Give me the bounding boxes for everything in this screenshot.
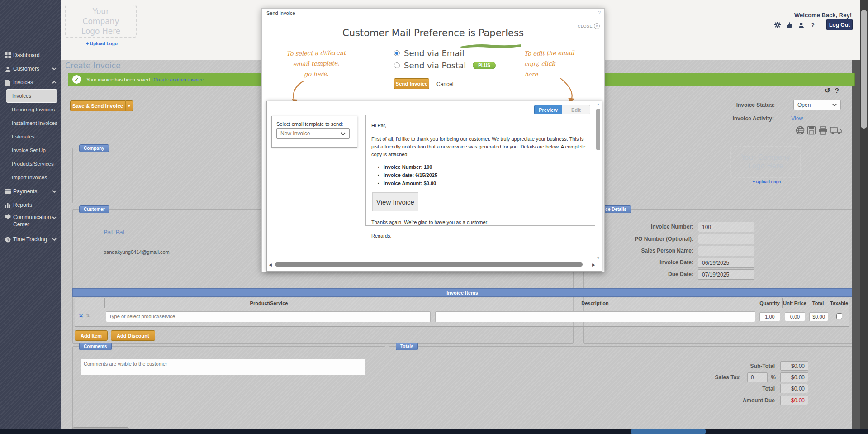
- totals-badge: Totals: [396, 343, 418, 350]
- view-invoice-button[interactable]: View Invoice: [372, 192, 418, 211]
- gear-icon[interactable]: [774, 21, 781, 29]
- comments-input[interactable]: [81, 359, 365, 375]
- thumbs-up-icon[interactable]: [786, 21, 793, 29]
- due-date-label: Due Date:: [668, 271, 693, 277]
- add-discount-button[interactable]: Add Discount: [111, 330, 155, 341]
- globe-icon[interactable]: [796, 126, 805, 137]
- send-via-email-option[interactable]: Send via Email: [394, 48, 464, 58]
- panel-vertical-scrollbar[interactable]: ▲ ▼: [595, 102, 601, 271]
- sidebar-subitem-installment-invoices[interactable]: Installment Invoices: [12, 118, 61, 129]
- scroll-right-icon[interactable]: ▶: [592, 262, 595, 267]
- customer-name-link[interactable]: Pat Pat: [104, 229, 125, 236]
- tab-preview[interactable]: Preview: [534, 105, 562, 114]
- send-via-postal-option[interactable]: Send via Postal PLUS: [394, 61, 496, 70]
- email-regards: Regards,: [371, 232, 589, 240]
- radio-unselected-icon[interactable]: [394, 62, 400, 68]
- company-logo-placeholder[interactable]: Your Company Logo Here: [65, 5, 137, 38]
- sales-tax-label: Sales Tax: [715, 374, 740, 381]
- subtotal-label: Sub-Total: [750, 363, 775, 369]
- help-icon[interactable]: ?: [809, 21, 816, 29]
- scrollbar-thumb[interactable]: [631, 429, 706, 434]
- sidebar-item-customers[interactable]: Customers: [0, 63, 61, 75]
- sidebar-subitem-invoices[interactable]: Invoices: [6, 89, 57, 103]
- sidebar-item-invoices[interactable]: Invoices: [0, 76, 61, 88]
- invoice-status-value: Open: [797, 102, 811, 108]
- quantity-field[interactable]: 1.00: [759, 312, 780, 321]
- user-icon[interactable]: [797, 21, 805, 29]
- sidebar-subitem-invoice-set-up[interactable]: Invoice Set Up: [12, 145, 61, 156]
- invoice-logo-placeholder[interactable]: Your Company Logo Here: [730, 146, 801, 178]
- upload-logo-link[interactable]: + Upload Logo: [79, 41, 124, 46]
- help-icon[interactable]: ?: [835, 86, 839, 95]
- sidebar-item-time-tracking[interactable]: Time Tracking: [0, 234, 61, 245]
- page-horizontal-scrollbar[interactable]: [0, 429, 868, 434]
- scroll-up-icon[interactable]: ▲: [595, 102, 601, 106]
- create-another-invoice-link[interactable]: Create another invoice.: [153, 77, 205, 82]
- modal-cancel-button[interactable]: Cancel: [436, 81, 453, 87]
- template-select[interactable]: New Invoice: [276, 128, 350, 139]
- template-select-label: Select email template to send:: [276, 121, 343, 127]
- sidebar-item-label: Customers: [13, 66, 39, 72]
- scrollbar-thumb[interactable]: [861, 10, 867, 129]
- sidebar-item-label: Time Tracking: [13, 236, 47, 243]
- logout-button[interactable]: Log Out: [826, 19, 853, 30]
- modal-heading: Customer Mail Preference is Paperless: [262, 28, 604, 38]
- taxable-checkbox[interactable]: [836, 313, 842, 319]
- customer-email: pandakyung0414@gmail.com: [104, 249, 170, 255]
- sidebar-subitem-import-invoices[interactable]: Import Invoices: [12, 172, 61, 183]
- note-line: copy, click: [524, 58, 579, 70]
- sidebar-item-payments[interactable]: Payments: [0, 186, 61, 197]
- sidebar-item-dashboard[interactable]: Dashboard: [0, 49, 61, 61]
- scroll-down-icon[interactable]: ▼: [595, 256, 601, 260]
- invoice-date-field[interactable]: 06/19/2025: [698, 258, 754, 268]
- invoice-activity-view-link[interactable]: View: [791, 115, 803, 122]
- invoice-status-select[interactable]: Open: [793, 100, 841, 110]
- tab-edit[interactable]: Edit: [562, 105, 590, 114]
- scrollbar-thumb[interactable]: [596, 109, 600, 150]
- unit-price-field[interactable]: 0.00: [785, 312, 805, 321]
- save-send-dropdown-arrow[interactable]: ▼: [125, 100, 133, 111]
- curved-arrow-right-icon: [557, 77, 577, 104]
- scrollbar-thumb[interactable]: [275, 262, 583, 267]
- send-via-email-label: Send via Email: [404, 48, 464, 58]
- modal-title: Send Invoice: [266, 10, 295, 16]
- save-pdf-icon[interactable]: [807, 126, 816, 137]
- printer-icon[interactable]: [818, 126, 828, 137]
- drag-handle-icon[interactable]: ⇅: [86, 313, 90, 318]
- radio-selected-icon[interactable]: [394, 50, 400, 56]
- save-send-invoice-button[interactable]: Save & Send Invoice: [70, 100, 125, 111]
- modal-help-icon[interactable]: ?: [598, 10, 601, 15]
- due-date-field[interactable]: 07/19/2025: [698, 269, 754, 280]
- panel-horizontal-scrollbar[interactable]: ◀ ▶: [269, 262, 595, 268]
- tools-column-header: [75, 298, 105, 308]
- customer-badge: Customer: [79, 205, 109, 213]
- sidebar-item-communication-center[interactable]: Communication Center: [0, 212, 61, 230]
- scroll-left-icon[interactable]: ◀: [269, 262, 272, 267]
- delete-item-icon[interactable]: ✕: [79, 313, 83, 319]
- sidebar-subitem-recurring-invoices[interactable]: Recurring Invoices: [12, 104, 61, 115]
- upload-logo-link[interactable]: + Upload Logo: [744, 180, 789, 184]
- logo-placeholder-text: Your Company Logo Here: [74, 6, 128, 36]
- sales-person-label: Sales Person Name:: [641, 248, 693, 254]
- page-title: Create Invoice: [65, 61, 121, 70]
- truck-icon[interactable]: [830, 126, 842, 137]
- product-service-input[interactable]: [106, 311, 431, 322]
- total-value: $0.00: [780, 384, 808, 393]
- amount-due-label: Amount Due: [743, 397, 775, 404]
- sales-tax-rate-input[interactable]: 0: [747, 372, 768, 382]
- company-badge: Company: [79, 144, 109, 152]
- history-icon[interactable]: ↺: [825, 86, 830, 95]
- po-number-field[interactable]: [698, 234, 754, 244]
- unit-price-header: Unit Price: [783, 298, 807, 308]
- modal-send-invoice-button[interactable]: Send Invoice: [394, 78, 429, 89]
- add-item-button[interactable]: Add Item: [75, 330, 108, 341]
- sidebar-subitem-estimates[interactable]: Estimates: [12, 131, 61, 142]
- sales-tax-value: $0.00: [780, 372, 808, 382]
- page-vertical-scrollbar[interactable]: [860, 0, 868, 429]
- sidebar-item-reports[interactable]: Reports: [0, 199, 61, 211]
- description-input[interactable]: [435, 311, 755, 322]
- sales-person-row: Sales Person Name:: [584, 246, 852, 256]
- sidebar-subitem-products-services[interactable]: Products/Services: [12, 158, 61, 169]
- invoice-number-field[interactable]: 100: [698, 222, 754, 232]
- sales-person-field[interactable]: [698, 246, 754, 256]
